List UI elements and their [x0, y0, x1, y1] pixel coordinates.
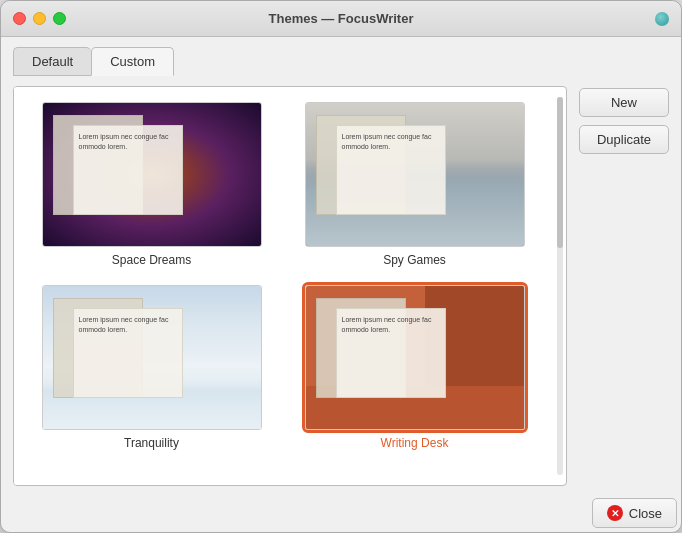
window: Themes — FocusWriter Default Custom: [0, 0, 682, 533]
theme-item-spy-games[interactable]: Lorem ipsum nec congue fac ommodo lorem.…: [289, 99, 540, 270]
tab-default[interactable]: Default: [13, 47, 91, 76]
theme-label-space-dreams: Space Dreams: [112, 253, 191, 267]
title-bar: Themes — FocusWriter: [1, 1, 681, 37]
doc-text-tranquility: Lorem ipsum nec congue fac ommodo lorem.: [73, 308, 183, 398]
doc-text-writing: Lorem ipsum nec congue fac ommodo lorem.: [336, 308, 446, 398]
theme-item-tranquility[interactable]: Lorem ipsum nec congue fac ommodo lorem.…: [26, 282, 277, 453]
themes-panel-wrapper: Lorem ipsum nec congue fac ommodo lorem.…: [13, 86, 567, 486]
maximize-window-button[interactable]: [53, 12, 66, 25]
doc-text-space: Lorem ipsum nec congue fac ommodo lorem.: [73, 125, 183, 215]
window-controls: [13, 12, 66, 25]
buttons-panel: New Duplicate: [579, 86, 669, 486]
main-row: Lorem ipsum nec congue fac ommodo lorem.…: [13, 86, 669, 486]
close-window-button[interactable]: [13, 12, 26, 25]
minimize-window-button[interactable]: [33, 12, 46, 25]
duplicate-button[interactable]: Duplicate: [579, 125, 669, 154]
tabs-row: Default Custom: [13, 47, 669, 76]
theme-preview-tranquility: Lorem ipsum nec congue fac ommodo lorem.: [42, 285, 262, 430]
window-title: Themes — FocusWriter: [269, 11, 414, 26]
close-icon: ✕: [607, 505, 623, 521]
close-button[interactable]: ✕ Close: [592, 498, 677, 528]
theme-preview-spy-games: Lorem ipsum nec congue fac ommodo lorem.: [305, 102, 525, 247]
tab-custom[interactable]: Custom: [91, 47, 174, 76]
theme-label-tranquility: Tranquility: [124, 436, 179, 450]
scrollbar-track[interactable]: [557, 97, 563, 475]
theme-item-space-dreams[interactable]: Lorem ipsum nec congue fac ommodo lorem.…: [26, 99, 277, 270]
themes-panel: Lorem ipsum nec congue fac ommodo lorem.…: [14, 87, 552, 485]
scrollbar-thumb[interactable]: [557, 97, 563, 248]
theme-preview-space-dreams: Lorem ipsum nec congue fac ommodo lorem.: [42, 102, 262, 247]
theme-label-spy-games: Spy Games: [383, 253, 446, 267]
status-indicator: [655, 12, 669, 26]
theme-label-writing-desk: Writing Desk: [381, 436, 449, 450]
theme-item-writing-desk[interactable]: Lorem ipsum nec congue fac ommodo lorem.…: [289, 282, 540, 453]
doc-text-spy: Lorem ipsum nec congue fac ommodo lorem.: [336, 125, 446, 215]
close-label: Close: [629, 506, 662, 521]
footer: ✕ Close: [1, 498, 681, 532]
content-area: Default Custom Lorem ipsum nec cong: [1, 37, 681, 498]
new-button[interactable]: New: [579, 88, 669, 117]
theme-preview-writing-desk: Lorem ipsum nec congue fac ommodo lorem.: [305, 285, 525, 430]
